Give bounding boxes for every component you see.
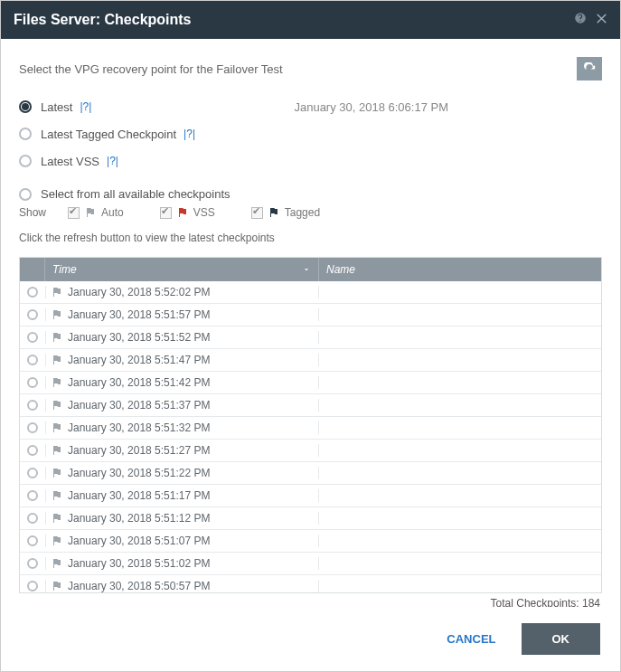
refresh-button[interactable]: [577, 57, 602, 80]
radio-latest[interactable]: Latest |?| January 30, 2018 6:06:17 PM: [19, 93, 602, 120]
vss-flag-icon: [177, 207, 188, 218]
filter-vss-label: VSS: [193, 206, 215, 219]
table-row[interactable]: January 30, 2018 5:51:02 PM: [20, 553, 601, 575]
filter-tagged-label: Tagged: [285, 206, 320, 219]
radio-latest-tagged-input[interactable]: [19, 128, 32, 140]
row-radio[interactable]: [27, 422, 38, 433]
flag-icon: [52, 535, 62, 546]
row-time-cell: January 30, 2018 5:51:47 PM: [45, 354, 319, 366]
flag-icon: [52, 581, 62, 592]
table-row[interactable]: January 30, 2018 5:51:22 PM: [20, 462, 601, 485]
table-row[interactable]: January 30, 2018 5:51:57 PM: [20, 304, 601, 327]
close-icon[interactable]: [596, 12, 607, 28]
latest-timestamp: January 30, 2018 6:06:17 PM: [294, 100, 602, 114]
flag-icon: [52, 445, 62, 456]
table-row[interactable]: January 30, 2018 5:51:37 PM: [20, 394, 601, 417]
cancel-button[interactable]: CANCEL: [438, 625, 504, 653]
row-select-cell: [20, 400, 45, 411]
row-radio[interactable]: [27, 468, 38, 478]
filter-auto-checkbox[interactable]: [68, 207, 80, 219]
row-time-text: January 30, 2018 5:51:47 PM: [68, 354, 210, 366]
filter-vss[interactable]: VSS: [160, 206, 215, 219]
flag-icon: [52, 332, 62, 343]
row-radio[interactable]: [27, 535, 38, 546]
radio-latest-vss-input[interactable]: [19, 155, 32, 167]
row-radio[interactable]: [27, 287, 38, 298]
row-time-text: January 30, 2018 5:51:42 PM: [68, 376, 210, 389]
table-header: Time Name: [20, 258, 601, 281]
table-row[interactable]: January 30, 2018 5:51:12 PM: [20, 507, 601, 530]
tagged-flag-icon: [268, 207, 279, 218]
radio-latest-vss[interactable]: Latest VSS |?|: [19, 147, 602, 175]
flag-icon: [52, 377, 62, 388]
col-header-time[interactable]: Time: [45, 258, 319, 281]
row-radio[interactable]: [27, 581, 38, 592]
row-time-cell: January 30, 2018 5:52:02 PM: [45, 286, 319, 298]
refresh-icon: [583, 62, 597, 76]
row-radio[interactable]: [27, 355, 38, 365]
row-time-cell: January 30, 2018 5:51:02 PM: [45, 557, 319, 570]
row-radio[interactable]: [27, 445, 38, 456]
row-radio[interactable]: [27, 332, 38, 343]
row-radio[interactable]: [27, 513, 38, 524]
filter-tagged[interactable]: Tagged: [251, 206, 320, 219]
row-radio[interactable]: [27, 490, 38, 501]
row-time-text: January 30, 2018 5:51:37 PM: [68, 399, 210, 412]
row-time-cell: January 30, 2018 5:51:27 PM: [45, 444, 319, 457]
flag-icon: [52, 422, 62, 433]
table-body[interactable]: January 30, 2018 5:52:02 PMJanuary 30, 2…: [20, 281, 601, 592]
flag-icon: [52, 513, 62, 524]
row-select-cell: [20, 558, 45, 569]
row-time-text: January 30, 2018 5:51:12 PM: [68, 512, 210, 525]
row-time-text: January 30, 2018 5:51:17 PM: [68, 489, 210, 502]
row-radio[interactable]: [27, 309, 38, 320]
radio-select-all[interactable]: Select from all available checkpoints: [19, 187, 602, 201]
refresh-hint: Click the refresh button to view the lat…: [19, 232, 602, 244]
row-select-cell: [20, 490, 45, 501]
row-select-cell: [20, 513, 45, 524]
radio-latest-tagged-help[interactable]: |?|: [183, 128, 195, 140]
col-header-name[interactable]: Name: [319, 258, 601, 281]
table-row[interactable]: January 30, 2018 5:51:52 PM: [20, 327, 601, 349]
instruction-row: Select the VPG recovery point for the Fa…: [19, 57, 602, 80]
radio-latest-vss-help[interactable]: |?|: [107, 155, 118, 167]
radio-latest-label: Latest: [41, 100, 72, 114]
row-time-cell: January 30, 2018 5:51:37 PM: [45, 399, 319, 412]
table-row[interactable]: January 30, 2018 5:51:27 PM: [20, 440, 601, 462]
filter-vss-checkbox[interactable]: [160, 207, 172, 219]
row-time-cell: January 30, 2018 5:50:57 PM: [45, 580, 319, 592]
checkpoints-dialog: Files Server: Checkpoints Select the VPG…: [0, 0, 621, 672]
dialog-footer: CANCEL OK: [1, 607, 620, 671]
radio-latest-input[interactable]: [19, 100, 32, 113]
row-radio[interactable]: [27, 400, 38, 411]
row-select-cell: [20, 309, 45, 320]
row-radio[interactable]: [27, 558, 38, 569]
radio-latest-tagged[interactable]: Latest Tagged Checkpoint |?|: [19, 120, 602, 147]
row-time-cell: January 30, 2018 5:51:12 PM: [45, 512, 319, 525]
col-header-select: [20, 258, 45, 281]
radio-select-all-input[interactable]: [19, 188, 32, 201]
table-row[interactable]: January 30, 2018 5:51:47 PM: [20, 349, 601, 372]
row-time-text: January 30, 2018 5:51:27 PM: [68, 444, 210, 457]
filter-auto[interactable]: Auto: [68, 206, 124, 219]
table-row[interactable]: January 30, 2018 5:51:42 PM: [20, 372, 601, 394]
row-time-text: January 30, 2018 5:51:07 PM: [68, 535, 210, 547]
ok-button[interactable]: OK: [522, 623, 601, 655]
radio-latest-help[interactable]: |?|: [80, 100, 91, 113]
table-row[interactable]: January 30, 2018 5:50:57 PM: [20, 575, 601, 592]
row-time-text: January 30, 2018 5:51:22 PM: [68, 467, 210, 479]
flag-icon: [52, 490, 62, 501]
table-row[interactable]: January 30, 2018 5:51:32 PM: [20, 417, 601, 440]
help-icon[interactable]: [574, 12, 587, 28]
checkpoints-table: Time Name January 30, 2018 5:52:02 PMJan…: [19, 257, 602, 593]
radio-latest-vss-label: Latest VSS: [41, 155, 99, 168]
radio-latest-tagged-label: Latest Tagged Checkpoint: [41, 128, 176, 141]
table-row[interactable]: January 30, 2018 5:51:07 PM: [20, 530, 601, 553]
row-time-text: January 30, 2018 5:51:32 PM: [68, 421, 210, 434]
row-radio[interactable]: [27, 377, 38, 388]
filter-tagged-checkbox[interactable]: [251, 207, 263, 219]
flag-icon: [52, 287, 62, 298]
table-row[interactable]: January 30, 2018 5:52:02 PM: [20, 281, 601, 304]
row-select-cell: [20, 535, 45, 546]
table-row[interactable]: January 30, 2018 5:51:17 PM: [20, 485, 601, 507]
